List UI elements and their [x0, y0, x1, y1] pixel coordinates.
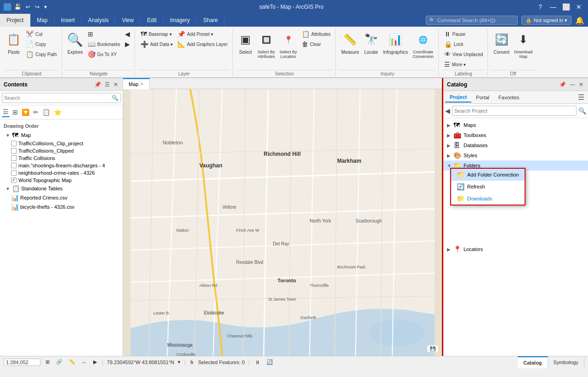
sync-button[interactable]: 🔗 — [55, 359, 64, 366]
contents-search-box[interactable]: 🔍 — [2, 93, 121, 103]
view-unplaced-button[interactable]: 👁 View Unplaced — [442, 50, 485, 59]
download-map-button[interactable]: ⬇ DownloadMap — [512, 29, 534, 60]
shootings-checkbox[interactable] — [11, 163, 17, 168]
zoom-to-extent-button[interactable]: ⊞ — [44, 359, 51, 366]
catalog-maps-item[interactable]: ▶ 🗺 Maps — [443, 120, 588, 130]
menu-insert[interactable]: Insert — [55, 14, 82, 27]
command-search-box[interactable]: 🔍 Command Search (Alt+Q) — [426, 16, 518, 25]
catalog-search-input[interactable] — [454, 108, 574, 114]
list-view-button[interactable]: ☰ — [2, 107, 10, 117]
filter-button[interactable]: 🔽 — [21, 108, 30, 117]
add-folder-connection-menuitem[interactable]: 📁 Add Folder Connection — [451, 169, 525, 181]
catalog-tab-favorites[interactable]: Favorites — [494, 93, 524, 102]
bookmarks-button[interactable]: 📖 Bookmarks — [86, 40, 122, 49]
clear-button[interactable]: 🗑 Clear — [300, 40, 333, 49]
sign-in-button[interactable]: 🔒 Not signed in ▾ — [521, 16, 571, 25]
tree-item-crime-rates[interactable]: neighbourhood-crime-rates - 4326 — [0, 169, 123, 177]
tree-item-world-topo[interactable]: World Topographic Map — [0, 177, 123, 184]
properties-button[interactable]: 📋 — [41, 108, 51, 117]
menu-imagery[interactable]: Imagery — [164, 14, 197, 27]
catalog-search-icon[interactable]: 🔍 — [578, 107, 586, 114]
overview-button[interactable]: ▶ — [92, 359, 98, 366]
copy-path-button[interactable]: 📋 Copy Path — [24, 50, 59, 59]
menu-share[interactable]: Share — [197, 14, 225, 27]
world-topo-checkbox[interactable] — [11, 177, 17, 183]
back-button[interactable]: ◀ — [123, 29, 132, 39]
label-button[interactable]: ✏ — [32, 108, 40, 117]
tree-item-bicycle-thefts[interactable]: 📊 bicycle-thefts - 4326.csv — [0, 202, 123, 211]
qat-customize[interactable]: ▾ — [43, 3, 48, 11]
attributes-button[interactable]: 📋 Attributes — [300, 29, 333, 39]
catalog-close-button[interactable]: ✕ — [578, 80, 584, 89]
tree-item-traffic-collisions[interactable]: Traffic Collisions — [0, 154, 123, 162]
menu-project[interactable]: Project — [0, 14, 30, 27]
star-button[interactable]: ⭐ — [53, 108, 62, 117]
catalog-back-button[interactable]: ◀ — [445, 107, 450, 114]
explore-button[interactable]: 🔍 Explore — [66, 29, 85, 56]
catalog-styles-item[interactable]: ▶ 🎨 Styles — [443, 150, 588, 160]
tree-item-traffic-clip[interactable]: TrafficCollisions_Clip_project — [0, 140, 123, 147]
menu-view[interactable]: View — [115, 14, 141, 27]
add-data-button[interactable]: ➕ Add Data ▾ — [139, 40, 175, 49]
paste-button[interactable]: 📋 Paste — [5, 29, 23, 56]
pause-button[interactable]: ⏸ Pause — [442, 29, 485, 39]
contents-close-button[interactable]: ✕ — [113, 80, 119, 89]
map-canvas[interactable]: Nobleton Vaughan Richmond Hill Markham V… — [123, 89, 442, 356]
qat-save[interactable]: 💾 — [13, 3, 23, 11]
basemap-button[interactable]: 🗺 Basemap ▾ — [139, 29, 175, 39]
traffic-clip-checkbox[interactable] — [11, 141, 17, 146]
locate-button[interactable]: 🔭 Locate — [362, 29, 380, 56]
tree-item-traffic-clipped[interactable]: TrafficCollisions_Clipped — [0, 147, 123, 154]
close-button[interactable]: ✕ — [573, 1, 584, 12]
catalog-search-box[interactable] — [452, 106, 577, 116]
catalog-menu-button[interactable]: ☰ — [576, 93, 586, 102]
catalog-tab-project[interactable]: Project — [445, 92, 471, 103]
coordinate-conversion-button[interactable]: 🌐 CoordinateConversion — [411, 29, 435, 60]
map-tab-close-icon[interactable]: ✕ — [140, 82, 144, 86]
traffic-clipped-checkbox[interactable] — [11, 148, 17, 154]
coordinates-dropdown-button[interactable]: ▾ — [178, 359, 181, 365]
more-button[interactable]: ☰ More ▾ — [442, 60, 485, 69]
menu-map[interactable]: Map — [30, 14, 54, 27]
tree-item-shootings[interactable]: main."shootings-firearm-discharges - 4 — [0, 162, 123, 169]
catalog-locators-item[interactable]: ▶ 📍 Locators — [443, 244, 588, 254]
map-tab-item[interactable]: Map ✕ — [123, 78, 150, 89]
bottom-tab-catalog[interactable]: Catalog — [518, 356, 548, 368]
tree-item-reported-crimes[interactable]: 📊 Reported Crimes.csv — [0, 193, 123, 202]
help-button[interactable]: ? — [535, 1, 546, 12]
infographics-button[interactable]: 📊 Infographics — [381, 29, 410, 56]
traffic-collisions-checkbox[interactable] — [11, 155, 17, 161]
copy-button[interactable]: 📄 Copy — [24, 40, 59, 49]
pause-drawing-button[interactable]: ⏸ — [254, 359, 261, 366]
notifications-button[interactable]: 🔔 — [575, 16, 584, 25]
tree-item-map[interactable]: ▼ 🗺 Map — [0, 131, 123, 140]
catalog-toolboxes-item[interactable]: ▶ 🧰 Toolboxes — [443, 130, 588, 140]
menu-analysis[interactable]: Analysis — [82, 14, 116, 27]
menu-edit[interactable]: Edit — [141, 14, 164, 27]
add-graphics-layer-button[interactable]: 📐 Add Graphics Layer — [175, 40, 229, 49]
refresh-view-button[interactable]: 🔄 — [265, 359, 274, 366]
zoom-full-button[interactable]: ⊞ — [86, 29, 122, 39]
add-preset-button[interactable]: 📌 Add Preset ▾ — [175, 29, 229, 39]
crime-rates-checkbox[interactable] — [11, 170, 17, 176]
lock-button[interactable]: 🔒 Lock — [442, 40, 485, 49]
catalog-databases-item[interactable]: ▶ 🗄 Databases — [443, 140, 588, 150]
convert-button[interactable]: 🔄 Convert — [492, 29, 511, 56]
scale-box[interactable]: 1:284,052 — [4, 359, 40, 366]
bottom-tab-symbology[interactable]: Symbology — [548, 356, 584, 368]
maximize-button[interactable]: ⬜ — [560, 1, 571, 12]
qat-undo[interactable]: ↩ — [24, 3, 32, 11]
qat-redo[interactable]: ↪ — [34, 3, 41, 11]
minimize-button[interactable]: — — [548, 1, 559, 12]
map-save-button[interactable]: 💾 — [427, 345, 438, 352]
catalog-minimize-button[interactable]: — — [569, 80, 576, 89]
refresh-menuitem[interactable]: 🔄 Refresh — [451, 181, 525, 193]
cut-button[interactable]: ✂️ Cut — [24, 29, 59, 39]
catalog-pin-button[interactable]: 📌 — [558, 80, 567, 89]
contents-search-input[interactable] — [4, 95, 112, 101]
select-by-location-button[interactable]: 📍 Select ByLocation — [278, 29, 299, 60]
select-by-attributes-button[interactable]: 🔲 Select ByAttributes — [256, 29, 277, 60]
select-button[interactable]: ▣ Select — [237, 29, 255, 56]
downloads-menuitem[interactable]: 📁 Downloads — [451, 193, 525, 205]
go-to-xy-button[interactable]: 🎯 Go To XY — [86, 50, 122, 59]
